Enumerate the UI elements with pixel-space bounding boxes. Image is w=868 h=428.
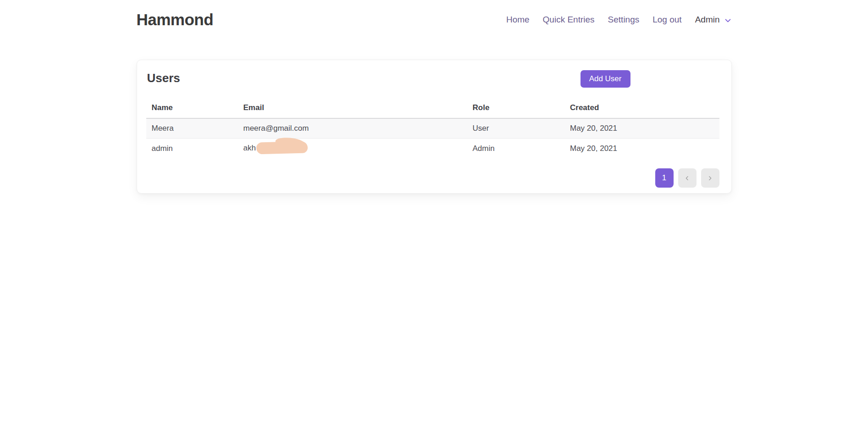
cell-role: Admin xyxy=(467,139,565,159)
main-content: Users Add User Name Email Role Created M… xyxy=(0,60,868,194)
pagination: 1 xyxy=(146,168,719,188)
cell-name: Meera xyxy=(146,118,238,139)
nav-item-logout[interactable]: Log out xyxy=(652,15,681,25)
column-header-name: Name xyxy=(146,99,238,118)
previous-page-button[interactable] xyxy=(678,168,697,188)
nav-item-settings[interactable]: Settings xyxy=(608,15,640,25)
nav-links: Home Quick Entries Settings Log out Admi… xyxy=(506,15,732,25)
nav-item-quick-entries[interactable]: Quick Entries xyxy=(543,15,595,25)
top-navbar: Hammond Home Quick Entries Settings Log … xyxy=(0,0,868,39)
next-page-button[interactable] xyxy=(701,168,719,188)
users-table-body: Meera meera@gmail.com User May 20, 2021 … xyxy=(146,118,719,159)
chevron-down-icon xyxy=(724,17,732,24)
brand-logo[interactable]: Hammond xyxy=(137,11,214,29)
nav-item-home[interactable]: Home xyxy=(506,15,530,25)
cell-name: admin xyxy=(146,139,238,159)
chevron-right-icon xyxy=(707,175,713,181)
users-card-header: Users Add User xyxy=(146,70,719,88)
user-menu-dropdown[interactable]: Admin xyxy=(695,15,732,25)
table-row: Meera meera@gmail.com User May 20, 2021 xyxy=(146,118,719,139)
cell-email: akh xyxy=(238,139,467,159)
cell-role: User xyxy=(467,118,565,139)
page-button-1[interactable]: 1 xyxy=(655,168,674,188)
user-menu-label: Admin xyxy=(695,15,720,25)
column-header-role: Role xyxy=(467,99,565,118)
users-table: Name Email Role Created Meera meera@gmai… xyxy=(146,99,719,159)
column-header-email: Email xyxy=(238,99,467,118)
table-row: admin akh Admin May 20, 2021 xyxy=(146,139,719,159)
cell-email-text: akh xyxy=(243,144,256,152)
column-header-created: Created xyxy=(564,99,719,118)
page-title: Users xyxy=(146,71,180,85)
users-table-head: Name Email Role Created xyxy=(146,99,719,118)
chevron-left-icon xyxy=(684,175,690,181)
cell-email: meera@gmail.com xyxy=(238,118,467,139)
users-card: Users Add User Name Email Role Created M… xyxy=(137,60,732,194)
cell-created: May 20, 2021 xyxy=(564,139,719,159)
cell-created: May 20, 2021 xyxy=(564,118,719,139)
redaction-scribble xyxy=(256,141,308,155)
add-user-button[interactable]: Add User xyxy=(581,70,630,88)
navbar-container: Hammond Home Quick Entries Settings Log … xyxy=(137,11,732,29)
